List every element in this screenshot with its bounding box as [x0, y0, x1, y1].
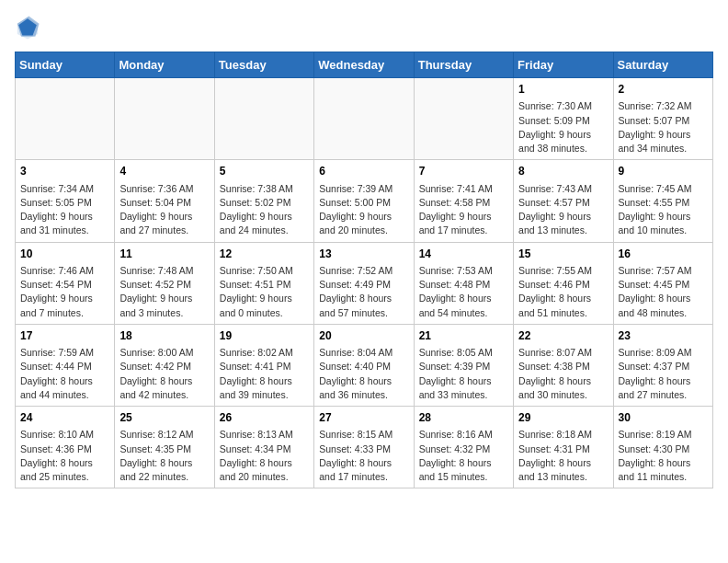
calendar-cell: 7Sunrise: 7:41 AM Sunset: 4:58 PM Daylig…: [414, 160, 513, 242]
day-info: Sunrise: 7:36 AM Sunset: 5:04 PM Dayligh…: [119, 182, 209, 238]
day-info: Sunrise: 8:16 AM Sunset: 4:32 PM Dayligh…: [419, 428, 508, 484]
page-header: [15, 15, 713, 40]
day-number: 13: [319, 247, 408, 262]
day-info: Sunrise: 8:02 AM Sunset: 4:41 PM Dayligh…: [220, 346, 309, 402]
logo-icon: [15, 15, 40, 40]
day-info: Sunrise: 7:41 AM Sunset: 4:58 PM Dayligh…: [419, 182, 508, 238]
calendar-cell: 18Sunrise: 8:00 AM Sunset: 4:42 PM Dayli…: [115, 324, 214, 406]
calendar-cell: 1Sunrise: 7:30 AM Sunset: 5:09 PM Daylig…: [514, 78, 613, 160]
day-info: Sunrise: 8:04 AM Sunset: 4:40 PM Dayligh…: [319, 346, 408, 402]
day-info: Sunrise: 7:30 AM Sunset: 5:09 PM Dayligh…: [518, 99, 608, 155]
day-number: 28: [419, 410, 508, 426]
calendar-cell: 27Sunrise: 8:15 AM Sunset: 4:33 PM Dayli…: [314, 407, 414, 488]
calendar-cell: 3Sunrise: 7:34 AM Sunset: 5:05 PM Daylig…: [16, 160, 115, 242]
day-info: Sunrise: 8:00 AM Sunset: 4:42 PM Dayligh…: [119, 346, 209, 402]
calendar-cell: 10Sunrise: 7:46 AM Sunset: 4:54 PM Dayli…: [16, 242, 115, 324]
calendar-cell: 2Sunrise: 7:32 AM Sunset: 5:07 PM Daylig…: [613, 78, 712, 160]
day-info: Sunrise: 7:45 AM Sunset: 4:55 PM Dayligh…: [619, 182, 708, 238]
calendar-week-row: 17Sunrise: 7:59 AM Sunset: 4:44 PM Dayli…: [16, 324, 713, 406]
calendar-cell: 26Sunrise: 8:13 AM Sunset: 4:34 PM Dayli…: [214, 407, 313, 488]
calendar-cell: 14Sunrise: 7:53 AM Sunset: 4:48 PM Dayli…: [414, 242, 513, 324]
calendar-cell: 23Sunrise: 8:09 AM Sunset: 4:37 PM Dayli…: [613, 324, 712, 406]
calendar-cell: 6Sunrise: 7:39 AM Sunset: 5:00 PM Daylig…: [314, 160, 414, 242]
calendar-cell: 8Sunrise: 7:43 AM Sunset: 4:57 PM Daylig…: [514, 160, 613, 242]
day-info: Sunrise: 8:19 AM Sunset: 4:30 PM Dayligh…: [619, 428, 708, 484]
calendar-cell: 29Sunrise: 8:18 AM Sunset: 4:31 PM Dayli…: [514, 407, 613, 488]
day-info: Sunrise: 7:32 AM Sunset: 5:07 PM Dayligh…: [619, 99, 708, 155]
column-header-wednesday: Wednesday: [314, 52, 414, 78]
day-info: Sunrise: 7:48 AM Sunset: 4:52 PM Dayligh…: [119, 264, 209, 320]
day-number: 3: [20, 164, 109, 179]
calendar-cell: 19Sunrise: 8:02 AM Sunset: 4:41 PM Dayli…: [214, 324, 313, 406]
day-number: 8: [518, 164, 608, 179]
day-number: 18: [119, 328, 209, 344]
day-number: 11: [119, 247, 209, 262]
day-info: Sunrise: 7:38 AM Sunset: 5:02 PM Dayligh…: [220, 182, 309, 238]
calendar-cell: 30Sunrise: 8:19 AM Sunset: 4:30 PM Dayli…: [613, 407, 712, 488]
calendar-cell: 28Sunrise: 8:16 AM Sunset: 4:32 PM Dayli…: [414, 407, 513, 488]
calendar-cell: 17Sunrise: 7:59 AM Sunset: 4:44 PM Dayli…: [16, 324, 115, 406]
calendar-cell: [214, 78, 313, 160]
calendar-week-row: 10Sunrise: 7:46 AM Sunset: 4:54 PM Dayli…: [16, 242, 713, 324]
day-number: 7: [419, 164, 508, 179]
day-number: 2: [619, 82, 708, 98]
calendar-table: SundayMondayTuesdayWednesdayThursdayFrid…: [15, 52, 713, 488]
day-info: Sunrise: 8:12 AM Sunset: 4:35 PM Dayligh…: [119, 428, 209, 484]
calendar-cell: 13Sunrise: 7:52 AM Sunset: 4:49 PM Dayli…: [314, 242, 414, 324]
day-info: Sunrise: 7:59 AM Sunset: 4:44 PM Dayligh…: [20, 346, 109, 402]
logo: [15, 15, 44, 40]
calendar-cell: [115, 78, 214, 160]
day-number: 24: [20, 410, 109, 426]
calendar-cell: 12Sunrise: 7:50 AM Sunset: 4:51 PM Dayli…: [214, 242, 313, 324]
day-number: 14: [419, 247, 508, 262]
day-info: Sunrise: 7:57 AM Sunset: 4:45 PM Dayligh…: [619, 264, 708, 320]
day-number: 15: [518, 247, 608, 262]
day-number: 29: [518, 410, 608, 426]
day-number: 23: [619, 328, 708, 344]
day-number: 26: [220, 410, 309, 426]
day-info: Sunrise: 7:53 AM Sunset: 4:48 PM Dayligh…: [419, 264, 508, 320]
day-info: Sunrise: 8:07 AM Sunset: 4:38 PM Dayligh…: [518, 346, 608, 402]
calendar-week-row: 3Sunrise: 7:34 AM Sunset: 5:05 PM Daylig…: [16, 160, 713, 242]
day-info: Sunrise: 7:46 AM Sunset: 4:54 PM Dayligh…: [20, 264, 109, 320]
calendar-cell: 4Sunrise: 7:36 AM Sunset: 5:04 PM Daylig…: [115, 160, 214, 242]
calendar-cell: [16, 78, 115, 160]
day-number: 20: [319, 328, 408, 344]
calendar-cell: 15Sunrise: 7:55 AM Sunset: 4:46 PM Dayli…: [514, 242, 613, 324]
calendar-header-row: SundayMondayTuesdayWednesdayThursdayFrid…: [16, 52, 713, 78]
calendar-cell: 25Sunrise: 8:12 AM Sunset: 4:35 PM Dayli…: [115, 407, 214, 488]
column-header-monday: Monday: [115, 52, 214, 78]
day-number: 22: [518, 328, 608, 344]
day-number: 5: [220, 164, 309, 179]
calendar-cell: 9Sunrise: 7:45 AM Sunset: 4:55 PM Daylig…: [613, 160, 712, 242]
day-number: 16: [619, 247, 708, 262]
calendar-cell: [414, 78, 513, 160]
day-info: Sunrise: 7:55 AM Sunset: 4:46 PM Dayligh…: [518, 264, 608, 320]
column-header-saturday: Saturday: [613, 52, 712, 78]
calendar-week-row: 1Sunrise: 7:30 AM Sunset: 5:09 PM Daylig…: [16, 78, 713, 160]
calendar-cell: 20Sunrise: 8:04 AM Sunset: 4:40 PM Dayli…: [314, 324, 414, 406]
column-header-thursday: Thursday: [414, 52, 513, 78]
day-info: Sunrise: 8:10 AM Sunset: 4:36 PM Dayligh…: [20, 428, 109, 484]
day-info: Sunrise: 8:18 AM Sunset: 4:31 PM Dayligh…: [518, 428, 608, 484]
day-info: Sunrise: 7:34 AM Sunset: 5:05 PM Dayligh…: [20, 182, 109, 238]
column-header-friday: Friday: [514, 52, 613, 78]
day-info: Sunrise: 7:43 AM Sunset: 4:57 PM Dayligh…: [518, 182, 608, 238]
day-number: 10: [20, 247, 109, 262]
day-number: 25: [119, 410, 209, 426]
column-header-sunday: Sunday: [16, 52, 115, 78]
calendar-cell: [314, 78, 414, 160]
day-info: Sunrise: 7:50 AM Sunset: 4:51 PM Dayligh…: [220, 264, 309, 320]
day-number: 30: [619, 410, 708, 426]
day-info: Sunrise: 8:09 AM Sunset: 4:37 PM Dayligh…: [619, 346, 708, 402]
column-header-tuesday: Tuesday: [214, 52, 313, 78]
calendar-week-row: 24Sunrise: 8:10 AM Sunset: 4:36 PM Dayli…: [16, 407, 713, 488]
day-number: 17: [20, 328, 109, 344]
day-number: 27: [319, 410, 408, 426]
day-number: 9: [619, 164, 708, 179]
calendar-cell: 16Sunrise: 7:57 AM Sunset: 4:45 PM Dayli…: [613, 242, 712, 324]
day-number: 12: [220, 247, 309, 262]
day-info: Sunrise: 8:13 AM Sunset: 4:34 PM Dayligh…: [220, 428, 309, 484]
calendar-cell: 21Sunrise: 8:05 AM Sunset: 4:39 PM Dayli…: [414, 324, 513, 406]
calendar-cell: 5Sunrise: 7:38 AM Sunset: 5:02 PM Daylig…: [214, 160, 313, 242]
